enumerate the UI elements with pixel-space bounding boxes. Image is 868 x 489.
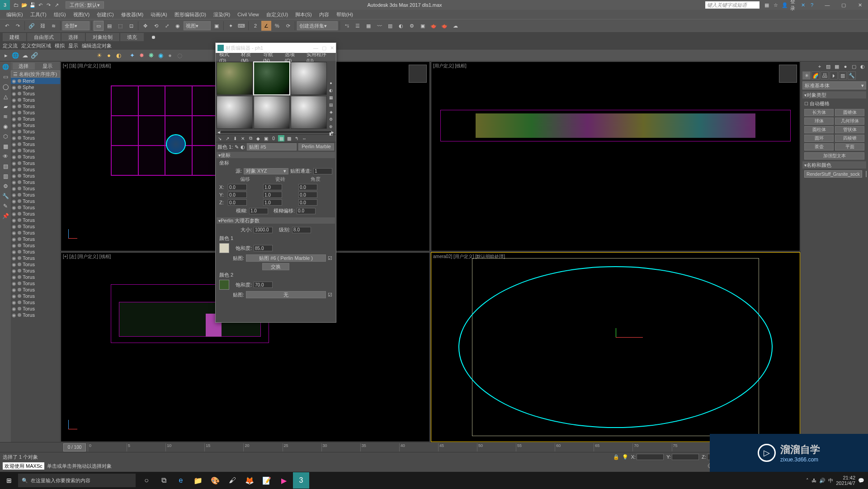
scene-row[interactable]: ◉Torus <box>11 280 60 287</box>
size-spinner[interactable]: 1000.0 <box>254 227 273 233</box>
angle-z[interactable]: 0.0 <box>298 199 317 206</box>
primitive-button[interactable]: 球体 <box>804 118 834 125</box>
video-icon[interactable]: ◈ <box>328 109 334 115</box>
subbar-item[interactable]: 编辑选定对象 <box>82 42 112 49</box>
material-slot[interactable] <box>291 62 327 95</box>
particle-icon[interactable]: ✦ <box>128 52 136 60</box>
tool-icon[interactable]: 📌 <box>1 212 10 221</box>
menu-item[interactable]: 图形编辑器(D) <box>171 11 210 18</box>
tool-icon[interactable]: ◯ <box>1 82 10 91</box>
menu-item[interactable]: 创建(C) <box>93 11 117 18</box>
redo-icon[interactable]: ↷ <box>45 2 52 9</box>
new-icon[interactable]: 🗀 <box>13 2 19 9</box>
menu-item[interactable]: 组(G) <box>50 11 70 18</box>
levels-spinner[interactable]: 8.0 <box>292 227 311 233</box>
sample-sphere-icon[interactable]: ● <box>328 80 334 86</box>
tab-display[interactable]: 显示 <box>37 63 59 70</box>
scene-row[interactable]: ◉Torus <box>11 274 60 280</box>
exchange-icon[interactable]: ✕ <box>799 1 807 9</box>
undo-button[interactable]: ↶ <box>2 21 12 31</box>
motion-tab-icon[interactable]: ⏵ <box>830 71 838 80</box>
show-end-icon[interactable]: ▩ <box>286 135 292 141</box>
create-tab-icon[interactable]: ✳ <box>802 71 811 80</box>
schematic-button[interactable]: ▥ <box>385 21 395 31</box>
tool-icon[interactable]: ▭ <box>1 72 10 81</box>
rollout-header[interactable]: ▾ Perlin 大理石参数 <box>217 217 335 224</box>
primitive-button[interactable]: 几何球体 <box>835 118 864 125</box>
viewport-front[interactable]: [用户定义] [线框] <box>431 61 800 251</box>
filter-dropdown[interactable]: 全部 ▾ <box>62 21 90 30</box>
viewport-label[interactable]: [+] [左] [用户定义] [线框] <box>63 254 111 260</box>
primitive-button[interactable]: 四棱锥 <box>835 135 864 142</box>
visibility-icon[interactable]: ◉ <box>12 274 16 280</box>
visibility-icon[interactable]: ◉ <box>12 211 16 217</box>
color1-swatch[interactable] <box>219 243 229 253</box>
swap-button[interactable]: 交换 <box>262 263 289 270</box>
clock-time[interactable]: 21:42 <box>836 475 855 480</box>
visibility-icon[interactable]: ◉ <box>12 262 16 268</box>
scene-row[interactable]: ◉Torus <box>11 217 60 223</box>
primitive-button[interactable]: 平面 <box>835 143 864 150</box>
taskview-icon[interactable]: ⧉ <box>156 472 172 489</box>
go-parent-icon[interactable]: ↰ <box>293 135 300 141</box>
visibility-icon[interactable]: ◉ <box>12 205 16 211</box>
utilities-tab-icon[interactable]: 🔧 <box>848 71 856 80</box>
isolate-icon[interactable]: 💡 <box>622 454 628 460</box>
help-search[interactable]: 键入关键字或短语 <box>705 1 760 9</box>
visibility-icon[interactable]: ◉ <box>12 173 16 179</box>
primitive-button[interactable]: 管状体 <box>835 126 864 133</box>
visibility-icon[interactable]: ◉ <box>12 179 16 185</box>
visibility-icon[interactable]: ◉ <box>12 148 16 154</box>
visibility-icon[interactable]: ◉ <box>12 236 16 242</box>
viewcube[interactable] <box>409 65 427 83</box>
menu-item[interactable]: 脚本(S) <box>292 11 316 18</box>
scene-row[interactable]: ◉Torus <box>11 204 60 211</box>
scene-row[interactable]: ◉Torus <box>11 299 60 306</box>
visibility-icon[interactable]: ◉ <box>12 110 16 116</box>
make-copy-icon[interactable]: ⧉ <box>247 135 254 141</box>
open-icon[interactable]: 📂 <box>21 2 28 9</box>
cortana-icon[interactable]: ○ <box>138 472 155 489</box>
rollout-header-object-type[interactable]: ▾ 对象类型 <box>802 91 866 99</box>
visibility-icon[interactable]: ◉ <box>12 85 16 90</box>
notification-icon[interactable]: 💬 <box>858 478 864 484</box>
star-icon[interactable]: ☆ <box>772 1 779 9</box>
minimize-button[interactable]: — <box>313 45 318 51</box>
menu-item[interactable]: 内容 <box>316 11 333 18</box>
snap-angle-button[interactable]: ∠ <box>261 21 271 31</box>
scene-row[interactable]: ◉Torus <box>11 306 60 312</box>
visibility-icon[interactable]: ◉ <box>12 300 16 306</box>
clock-date[interactable]: 2021/4/7 <box>836 480 855 486</box>
unlink-button[interactable]: ⛓ <box>38 21 47 31</box>
offset-z[interactable]: 0.0 <box>228 199 247 206</box>
link-chain-icon[interactable]: 🔗 <box>30 52 38 60</box>
show-map-icon[interactable]: ▦ <box>278 135 284 141</box>
menu-item[interactable]: 自定义(U) <box>263 11 292 18</box>
visibility-icon[interactable]: ◉ <box>12 91 16 97</box>
visibility-icon[interactable]: ◉ <box>12 230 16 236</box>
maximize-button[interactable]: ▢ <box>835 0 852 10</box>
scene-row[interactable]: ◉Torus <box>11 268 60 274</box>
visibility-icon[interactable]: ◉ <box>12 312 16 318</box>
visibility-icon[interactable]: ◉ <box>12 287 16 293</box>
visibility-icon[interactable]: ◉ <box>12 141 16 147</box>
scene-row[interactable]: ◉Torus <box>11 97 60 103</box>
scene-row[interactable]: ◉Torus <box>11 287 60 293</box>
map2-checkbox[interactable]: ☑ <box>328 292 332 298</box>
color2-swatch[interactable] <box>219 280 229 290</box>
visibility-icon[interactable]: ◉ <box>12 97 16 103</box>
undo-icon[interactable]: ↶ <box>37 2 44 9</box>
visibility-icon[interactable]: ◉ <box>12 249 16 255</box>
subbar-item[interactable]: 定义流 <box>3 42 18 49</box>
minimize-button[interactable]: — <box>819 0 835 10</box>
visibility-icon[interactable]: ◉ <box>12 217 16 223</box>
category-dropdown[interactable]: 标准基本体▾ <box>802 81 866 89</box>
scale-button[interactable]: ⤢ <box>162 21 172 31</box>
workspace-dropdown[interactable]: 工作区: 默认 ▾ <box>66 1 104 9</box>
render-button[interactable]: 🫖 <box>429 21 439 31</box>
primitive-button[interactable]: 长方体 <box>804 109 834 116</box>
bluroffset-spinner[interactable]: 0.0 <box>297 208 316 214</box>
menu-item[interactable]: 渲染(R) <box>210 11 234 18</box>
visibility-icon[interactable]: ◉ <box>12 192 16 198</box>
place-button[interactable]: ◉ <box>173 21 183 31</box>
